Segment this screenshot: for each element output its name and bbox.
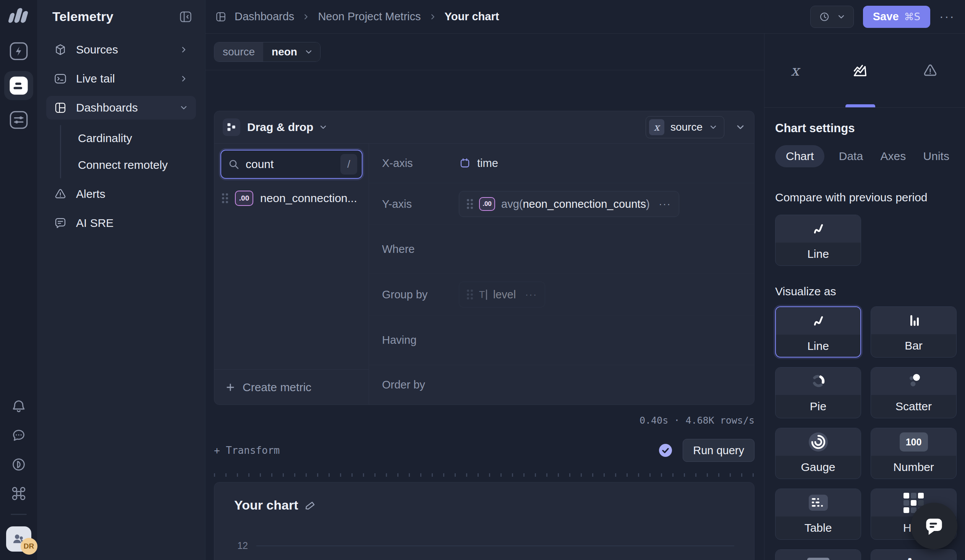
create-metric-button[interactable]: Create metric [214,369,369,405]
plus-icon [225,382,236,393]
gridline [256,545,734,546]
drag-handle-icon[interactable] [222,193,228,203]
scatter-chart-icon [905,372,922,390]
breadcrumb-dashboards[interactable]: Dashboards [235,10,294,23]
statistic-icon [807,558,829,560]
chat-widget-button[interactable] [911,503,957,549]
tab-formula[interactable]: x [791,34,799,107]
line-chart-icon [810,313,827,328]
drag-handle-icon[interactable] [467,289,473,299]
collapse-panel-chevron-icon[interactable] [735,122,746,132]
table-icon [806,492,830,513]
viz-card-text-partial[interactable]: Aa [871,549,957,560]
x-variable-badge: x [649,119,664,135]
tab-chart-settings[interactable] [852,34,869,107]
sidebar-item-live-tail[interactable]: Live tail [46,67,196,91]
command-icon[interactable] [10,485,28,502]
numeric-metric-badge: .00 [235,191,253,206]
filter-strip: source neon [206,34,764,70]
search-icon [228,158,240,170]
avatar-initials-badge: DR [21,538,38,555]
drag-drop-icon [223,118,240,136]
dashboard-grid-icon [53,101,68,114]
source-select[interactable]: x source [646,116,724,138]
viz-card-gauge[interactable]: Gauge [775,428,861,479]
chevron-down-icon [304,47,313,57]
chevron-right-icon [179,74,188,83]
message-square-icon [53,216,68,230]
chat-dots-icon[interactable] [10,427,28,444]
flash-icon[interactable] [9,41,29,61]
order-by-row[interactable]: Order by [369,365,754,405]
save-button[interactable]: Save ⌘S [863,6,930,28]
sidebar-item-dashboards[interactable]: Dashboards [46,96,196,119]
group-by-row: Group by T level ··· [369,274,754,316]
breadcrumb: Dashboards Neon Project Metrics Your cha… [215,10,810,23]
y-axis-chip[interactable]: .00 avg(neon_connection_counts) ··· [459,191,679,217]
edit-pencil-icon[interactable] [305,500,316,511]
tab-chart[interactable]: Chart [775,145,824,167]
viz-card-line[interactable]: Line [775,306,861,358]
time-range-button[interactable] [810,6,854,28]
tab-data[interactable]: Data [836,145,866,167]
theme-contrast-icon[interactable] [10,456,28,473]
builder-mode-label[interactable]: Drag & drop [247,121,313,134]
chip-more-icon[interactable]: ··· [525,289,537,300]
sidebar-item-ai-sre[interactable]: AI SRE [46,211,196,235]
viz-card-bar[interactable]: Bar [871,306,957,358]
viz-card-statistic-partial[interactable] [775,549,861,560]
sidebar-item-alerts[interactable]: Alerts [46,182,196,206]
warning-triangle-icon [922,62,939,79]
collapse-sidebar-icon[interactable] [178,10,193,24]
where-row[interactable]: Where [369,225,754,274]
rail-divider [11,514,27,515]
number-100-badge: 100 [900,433,928,452]
tab-warnings[interactable] [922,34,939,107]
package-icon [53,43,68,57]
sidebar-item-sources[interactable]: Sources [46,38,196,62]
compare-line-card[interactable]: Line [775,215,861,266]
having-row[interactable]: Having [369,316,754,366]
chevron-down-icon [837,12,846,21]
viz-card-scatter[interactable]: Scatter [871,367,957,418]
drag-handle-icon[interactable] [467,199,473,209]
sidebar-item-connect-remotely[interactable]: Connect remotely [61,152,196,178]
tab-units[interactable]: Units [920,145,952,167]
group-by-chip[interactable]: T level ··· [459,281,545,307]
calendar-icon [459,157,471,169]
logs-icon-active[interactable] [4,71,33,100]
chevron-right-icon [429,13,437,21]
source-filter-pill[interactable]: source neon [214,42,321,62]
viz-card-table[interactable]: Table [775,488,861,540]
query-clauses-column: X-axis time Y-axis [369,144,754,405]
chevron-down-icon [179,103,188,112]
run-query-button[interactable]: Run query [683,439,754,462]
more-menu-icon[interactable]: ··· [939,10,955,24]
bell-icon[interactable] [10,398,28,415]
active-tab-indicator [846,104,875,107]
viz-card-pie[interactable]: Pie [775,367,861,418]
bar-chart-icon [905,312,922,329]
x-axis-row: X-axis time [369,144,754,183]
compare-heading: Compare with previous period [775,191,955,204]
check-circle-icon [658,443,673,458]
add-transform-button[interactable]: + Transform [214,445,280,456]
chevron-right-icon [179,45,188,54]
sliders-icon[interactable] [9,110,29,130]
sidebar-item-cardinality[interactable]: Cardinality [61,125,196,152]
app-title: Telemetry [52,9,113,24]
app-logo-icon [7,5,31,24]
chip-more-icon[interactable]: ··· [659,198,671,210]
transform-row: + Transform Run query [214,439,754,462]
breadcrumb-current: Your chart [445,10,499,23]
viz-card-number[interactable]: 100 Number [871,428,957,479]
metric-list-item[interactable]: .00 neon_connection... [222,187,363,209]
tab-axes[interactable]: Axes [878,145,909,167]
area-chart-icon [852,62,869,79]
user-avatar[interactable]: DR [6,526,31,552]
query-stats: 0.40s · 4.68K rows/s [206,415,754,426]
pie-chart-icon [810,372,827,390]
chart-preview-panel: Your chart 12 [214,482,754,560]
metric-search-input[interactable]: count / [221,150,363,179]
breadcrumb-parent[interactable]: Neon Project Metrics [318,10,420,23]
